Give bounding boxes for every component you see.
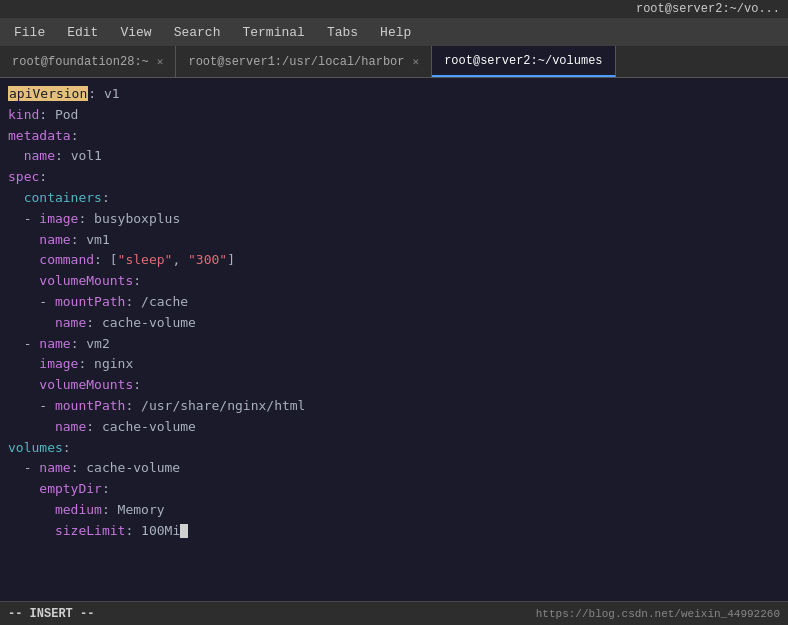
- tab-server2[interactable]: root@server2:~/volumes: [432, 46, 615, 77]
- tab-server1[interactable]: root@server1:/usr/local/harbor ✕: [176, 46, 432, 77]
- status-bar: -- INSERT -- https://blog.csdn.net/weixi…: [0, 601, 788, 625]
- tab-label: root@server2:~/volumes: [444, 54, 602, 68]
- editor-area[interactable]: apiVersion: v1 kind: Pod metadata: name:…: [0, 78, 788, 601]
- menu-terminal[interactable]: Terminal: [232, 21, 314, 44]
- menu-bar: File Edit View Search Terminal Tabs Help: [0, 18, 788, 46]
- tab-label: root@foundation28:~: [12, 55, 149, 69]
- menu-tabs[interactable]: Tabs: [317, 21, 368, 44]
- tab-close-icon[interactable]: ✕: [413, 55, 420, 68]
- tab-label: root@server1:/usr/local/harbor: [188, 55, 404, 69]
- tab-close-icon[interactable]: ✕: [157, 55, 164, 68]
- editor-mode: -- INSERT --: [8, 607, 94, 621]
- menu-view[interactable]: View: [110, 21, 161, 44]
- title-text: root@server2:~/vo...: [636, 2, 780, 16]
- tab-foundation28[interactable]: root@foundation28:~ ✕: [0, 46, 176, 77]
- menu-help[interactable]: Help: [370, 21, 421, 44]
- tab-bar: root@foundation28:~ ✕ root@server1:/usr/…: [0, 46, 788, 78]
- menu-edit[interactable]: Edit: [57, 21, 108, 44]
- menu-search[interactable]: Search: [164, 21, 231, 44]
- code-content: apiVersion: v1 kind: Pod metadata: name:…: [8, 84, 780, 542]
- menu-file[interactable]: File: [4, 21, 55, 44]
- title-bar: root@server2:~/vo...: [0, 0, 788, 18]
- status-url: https://blog.csdn.net/weixin_44992260: [536, 608, 780, 620]
